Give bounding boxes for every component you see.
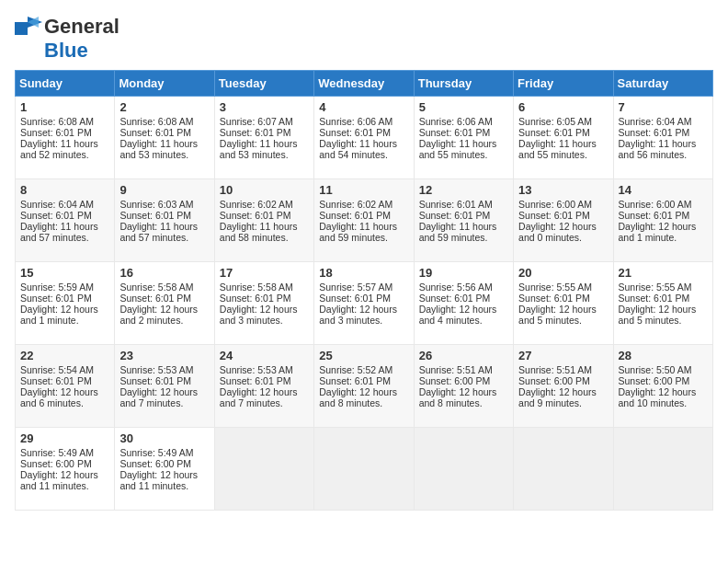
day-info: Sunset: 6:01 PM: [220, 375, 309, 386]
week-row-4: 22Sunrise: 5:54 AMSunset: 6:01 PMDayligh…: [16, 345, 713, 428]
calendar-cell: 18Sunrise: 5:57 AMSunset: 6:01 PMDayligh…: [314, 262, 414, 345]
week-row-1: 1Sunrise: 6:08 AMSunset: 6:01 PMDaylight…: [16, 97, 713, 179]
column-header-sunday: Sunday: [16, 71, 115, 97]
day-info: Sunset: 6:01 PM: [20, 210, 109, 221]
day-number: 21: [619, 266, 708, 280]
day-info: Sunset: 6:00 PM: [119, 458, 209, 469]
calendar-cell: 23Sunrise: 5:53 AMSunset: 6:01 PMDayligh…: [115, 345, 214, 428]
day-number: 2: [119, 100, 209, 114]
day-info: Sunrise: 6:07 AM: [220, 116, 309, 127]
day-number: 14: [619, 183, 708, 197]
calendar-cell: 13Sunrise: 6:00 AMSunset: 6:01 PMDayligh…: [514, 179, 613, 262]
week-row-3: 15Sunrise: 5:59 AMSunset: 6:01 PMDayligh…: [16, 262, 713, 345]
day-number: 5: [419, 100, 508, 114]
column-header-tuesday: Tuesday: [214, 71, 313, 97]
day-info: Sunrise: 5:52 AM: [319, 364, 408, 375]
logo-blue-text: Blue: [44, 39, 88, 63]
calendar-cell: [613, 428, 712, 511]
day-number: 7: [619, 100, 708, 114]
day-info: Daylight: 11 hours and 54 minutes.: [319, 138, 408, 160]
calendar-cell: 7Sunrise: 6:04 AMSunset: 6:01 PMDaylight…: [613, 97, 712, 179]
calendar-cell: [514, 428, 613, 511]
day-info: Daylight: 12 hours and 2 minutes.: [119, 304, 209, 326]
day-info: Sunrise: 6:04 AM: [20, 199, 109, 210]
day-info: Daylight: 11 hours and 55 minutes.: [419, 138, 508, 160]
day-info: Sunset: 6:01 PM: [319, 210, 408, 221]
day-info: Sunset: 6:01 PM: [619, 127, 708, 138]
logo: General Blue: [15, 15, 119, 63]
day-info: Daylight: 12 hours and 7 minutes.: [119, 386, 209, 408]
day-info: Daylight: 12 hours and 4 minutes.: [419, 304, 508, 326]
day-info: Sunset: 6:01 PM: [319, 293, 408, 304]
day-info: Sunset: 6:00 PM: [619, 375, 708, 386]
day-info: Daylight: 12 hours and 6 minutes.: [20, 386, 109, 408]
calendar-cell: 5Sunrise: 6:06 AMSunset: 6:01 PMDaylight…: [414, 97, 513, 179]
day-info: Daylight: 12 hours and 7 minutes.: [220, 386, 309, 408]
day-info: Sunset: 6:01 PM: [619, 210, 708, 221]
calendar-cell: 30Sunrise: 5:49 AMSunset: 6:00 PMDayligh…: [115, 428, 214, 511]
day-number: 15: [20, 266, 109, 280]
day-number: 27: [518, 349, 608, 362]
day-info: Sunrise: 6:06 AM: [419, 116, 508, 127]
day-info: Sunrise: 5:59 AM: [20, 282, 109, 293]
day-info: Sunset: 6:01 PM: [20, 127, 109, 138]
day-number: 19: [419, 266, 508, 280]
day-number: 30: [119, 431, 209, 445]
day-number: 12: [419, 183, 508, 197]
calendar-cell: 8Sunrise: 6:04 AMSunset: 6:01 PMDaylight…: [16, 179, 115, 262]
calendar-cell: 10Sunrise: 6:02 AMSunset: 6:01 PMDayligh…: [214, 179, 313, 262]
day-info: Daylight: 12 hours and 5 minutes.: [619, 304, 708, 326]
day-info: Sunset: 6:00 PM: [518, 375, 608, 386]
day-info: Sunrise: 6:02 AM: [319, 199, 408, 210]
calendar-cell: 11Sunrise: 6:02 AMSunset: 6:01 PMDayligh…: [314, 179, 414, 262]
day-info: Sunrise: 5:53 AM: [119, 364, 209, 375]
day-info: Sunrise: 5:53 AM: [220, 364, 309, 375]
day-info: Sunrise: 6:03 AM: [119, 199, 209, 210]
calendar-cell: 26Sunrise: 5:51 AMSunset: 6:00 PMDayligh…: [414, 345, 513, 428]
day-number: 25: [319, 349, 408, 362]
day-info: Sunset: 6:01 PM: [220, 210, 309, 221]
day-info: Sunrise: 6:05 AM: [518, 116, 608, 127]
day-info: Sunset: 6:01 PM: [319, 375, 408, 386]
day-number: 28: [619, 349, 708, 362]
column-header-thursday: Thursday: [414, 71, 513, 97]
day-info: Daylight: 12 hours and 1 minute.: [20, 304, 109, 326]
calendar-cell: 1Sunrise: 6:08 AMSunset: 6:01 PMDaylight…: [16, 97, 115, 179]
calendar-cell: 29Sunrise: 5:49 AMSunset: 6:00 PMDayligh…: [16, 428, 115, 511]
calendar-cell: 22Sunrise: 5:54 AMSunset: 6:01 PMDayligh…: [16, 345, 115, 428]
day-info: Sunrise: 6:04 AM: [619, 116, 708, 127]
day-info: Sunrise: 5:58 AM: [119, 282, 209, 293]
day-number: 9: [119, 183, 209, 197]
day-number: 24: [220, 349, 309, 362]
day-number: 22: [20, 349, 109, 362]
column-header-friday: Friday: [514, 71, 613, 97]
day-info: Sunset: 6:00 PM: [20, 458, 109, 469]
calendar-cell: 4Sunrise: 6:06 AMSunset: 6:01 PMDaylight…: [314, 97, 414, 179]
calendar-cell: 16Sunrise: 5:58 AMSunset: 6:01 PMDayligh…: [115, 262, 214, 345]
day-info: Daylight: 11 hours and 57 minutes.: [20, 221, 109, 243]
calendar-cell: 20Sunrise: 5:55 AMSunset: 6:01 PMDayligh…: [514, 262, 613, 345]
day-info: Daylight: 11 hours and 59 minutes.: [319, 221, 408, 243]
day-info: Daylight: 12 hours and 8 minutes.: [419, 386, 508, 408]
day-number: 16: [119, 266, 209, 280]
day-info: Sunrise: 5:51 AM: [518, 364, 608, 375]
day-info: Daylight: 12 hours and 1 minute.: [619, 221, 708, 243]
day-info: Sunset: 6:01 PM: [619, 293, 708, 304]
week-row-2: 8Sunrise: 6:04 AMSunset: 6:01 PMDaylight…: [16, 179, 713, 262]
day-number: 8: [20, 183, 109, 197]
day-number: 13: [518, 183, 608, 197]
day-info: Daylight: 11 hours and 53 minutes.: [220, 138, 309, 160]
day-info: Sunset: 6:01 PM: [518, 210, 608, 221]
day-info: Daylight: 11 hours and 56 minutes.: [619, 138, 708, 160]
day-info: Sunrise: 5:56 AM: [419, 282, 508, 293]
day-info: Sunset: 6:01 PM: [319, 127, 408, 138]
day-info: Daylight: 11 hours and 53 minutes.: [119, 138, 209, 160]
day-info: Sunrise: 6:00 AM: [619, 199, 708, 210]
calendar-cell: 12Sunrise: 6:01 AMSunset: 6:01 PMDayligh…: [414, 179, 513, 262]
page-header: General Blue: [15, 15, 713, 63]
calendar-cell: 14Sunrise: 6:00 AMSunset: 6:01 PMDayligh…: [613, 179, 712, 262]
day-info: Daylight: 11 hours and 59 minutes.: [419, 221, 508, 243]
day-info: Daylight: 12 hours and 5 minutes.: [518, 304, 608, 326]
calendar-cell: [214, 428, 313, 511]
day-info: Sunset: 6:01 PM: [419, 293, 508, 304]
